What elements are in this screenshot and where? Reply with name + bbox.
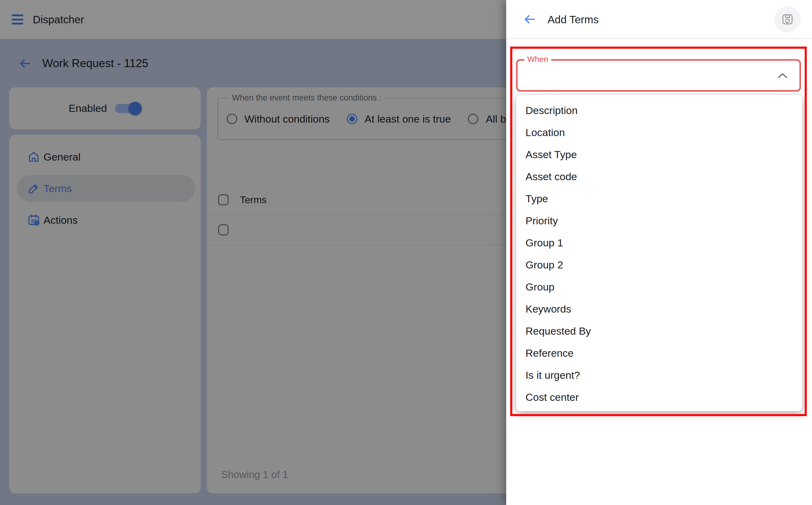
- when-field-label: When: [524, 54, 551, 64]
- option-description[interactable]: Description: [516, 99, 802, 121]
- save-button[interactable]: [774, 6, 801, 32]
- option-requested-by[interactable]: Requested By: [516, 320, 802, 342]
- option-group-2[interactable]: Group 2: [516, 254, 802, 276]
- option-priority[interactable]: Priority: [516, 210, 802, 232]
- option-is-it-urgent[interactable]: Is it urgent?: [516, 364, 802, 386]
- option-type[interactable]: Type: [516, 187, 802, 210]
- modal-backdrop[interactable]: [0, 0, 506, 505]
- when-select-field[interactable]: When: [516, 59, 801, 92]
- back-arrow-icon[interactable]: [523, 12, 537, 26]
- option-group[interactable]: Group: [516, 276, 802, 298]
- option-keywords[interactable]: Keywords: [516, 298, 802, 320]
- option-reference[interactable]: Reference: [516, 342, 802, 364]
- save-floppy-icon: [780, 12, 795, 26]
- option-asset-code[interactable]: Asset code: [516, 165, 802, 187]
- panel-header: Add Terms: [506, 0, 812, 39]
- option-location[interactable]: Location: [516, 121, 802, 143]
- chevron-up-icon[interactable]: [777, 72, 788, 79]
- option-group-1[interactable]: Group 1: [516, 232, 802, 254]
- when-options-listbox: Description Location Asset Type Asset co…: [516, 95, 802, 411]
- option-cost-center[interactable]: Cost center: [516, 386, 802, 408]
- panel-title: Add Terms: [548, 0, 599, 39]
- add-terms-panel: Add Terms When Description Location Asse…: [506, 0, 812, 505]
- option-asset-type[interactable]: Asset Type: [516, 143, 802, 165]
